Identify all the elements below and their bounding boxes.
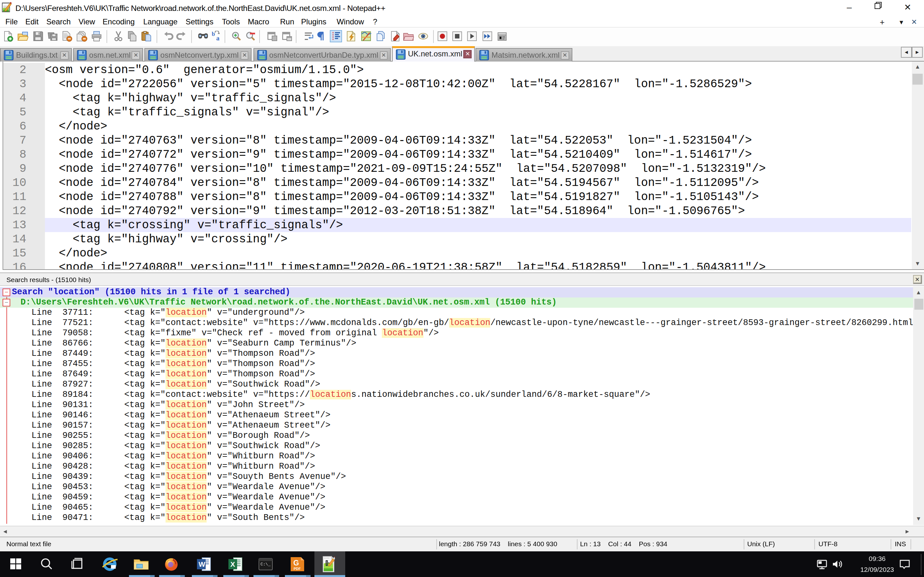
- svg-text:PDF: PDF: [294, 566, 300, 570]
- svg-text:W: W: [199, 560, 206, 568]
- svg-text:C:\_: C:\_: [261, 562, 271, 566]
- svg-text:G: G: [293, 558, 299, 567]
- svg-text:b: b: [212, 31, 215, 37]
- svg-text:a: a: [216, 35, 220, 42]
- svg-text:X: X: [230, 560, 235, 568]
